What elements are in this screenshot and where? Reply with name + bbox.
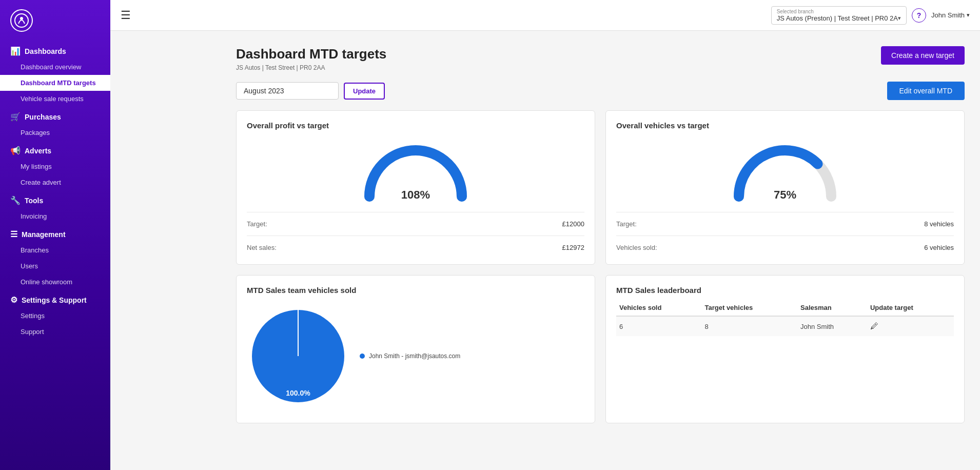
- purchases-icon: 🛒: [10, 112, 21, 122]
- table-row: 6 8 John Smith 🖉: [616, 316, 954, 336]
- sidebar-item-branches[interactable]: Branches: [0, 242, 110, 258]
- sidebar: 📊 Dashboards Dashboard overview Dashboar…: [0, 0, 110, 470]
- vehicles-gauge-label: 75%: [729, 188, 841, 202]
- branch-selector[interactable]: Selected branch JS Autos (Preston) | Tes…: [771, 6, 907, 25]
- logo-icon: [10, 9, 33, 32]
- page-subtitle: JS Autos | Test Street | PR0 2AA: [236, 64, 386, 71]
- profit-target-row: Target: £12000: [247, 218, 584, 230]
- cell-salesman: John Smith: [797, 316, 867, 336]
- topbar: ☰ Selected branch JS Autos (Preston) | T…: [110, 0, 980, 31]
- cards-grid: Overall profit vs target 108% Target: £1…: [236, 110, 965, 423]
- sidebar-section-settings[interactable]: ⚙ Settings & Support: [0, 290, 110, 308]
- dashboards-icon: 📊: [10, 46, 21, 56]
- management-icon: ☰: [10, 229, 17, 239]
- col-update-target: Update target: [867, 300, 954, 316]
- legend-dot-0: [360, 354, 365, 359]
- sidebar-section-management[interactable]: ☰ Management: [0, 224, 110, 242]
- profit-netsales-row: Net sales: £12972: [247, 241, 584, 254]
- settings-icon: ⚙: [10, 295, 17, 305]
- user-menu-arrow-icon: ▾: [967, 12, 970, 18]
- pie-legend: John Smith - jsmith@jsautos.com: [360, 352, 460, 360]
- tools-icon: 🔧: [10, 195, 21, 205]
- sidebar-item-create-advert[interactable]: Create advert: [0, 174, 110, 190]
- sidebar-logo: [0, 0, 110, 41]
- sidebar-section-purchases[interactable]: 🛒 Purchases: [0, 107, 110, 125]
- profit-card: Overall profit vs target 108% Target: £1…: [236, 110, 595, 265]
- sidebar-item-users[interactable]: Users: [0, 258, 110, 274]
- branch-label: Selected branch: [777, 9, 901, 14]
- pie-label: 100.0%: [247, 389, 349, 397]
- cell-vehicles-sold: 6: [616, 316, 702, 336]
- sidebar-item-dashboard-mtd[interactable]: Dashboard MTD targets: [0, 75, 110, 91]
- user-menu[interactable]: John Smith ▾: [931, 11, 970, 19]
- branch-arrow-icon: ▾: [898, 15, 901, 22]
- hamburger-icon[interactable]: ☰: [121, 9, 131, 22]
- profit-card-title: Overall profit vs target: [247, 121, 584, 130]
- col-salesman: Salesman: [797, 300, 867, 316]
- create-target-button[interactable]: Create a new target: [881, 46, 965, 65]
- edit-target-icon[interactable]: 🖉: [870, 322, 878, 330]
- vehicles-sold-row: Vehicles sold: 6 vehicles: [616, 241, 954, 254]
- cell-update-target: 🖉: [867, 316, 954, 336]
- leaderboard-card: MTD Sales leaderboard Vehicles sold Targ…: [605, 275, 965, 423]
- sales-team-card-title: MTD Sales team vehicles sold: [247, 286, 584, 295]
- filter-row: Update Edit overall MTD: [236, 82, 965, 100]
- sidebar-item-vehicle-sale-requests[interactable]: Vehicle sale requests: [0, 91, 110, 107]
- leaderboard-card-title: MTD Sales leaderboard: [616, 286, 954, 295]
- page-title-block: Dashboard MTD targets JS Autos | Test St…: [236, 46, 386, 71]
- edit-overall-mtd-button[interactable]: Edit overall MTD: [887, 82, 965, 100]
- sidebar-item-support[interactable]: Support: [0, 324, 110, 340]
- sidebar-item-packages[interactable]: Packages: [0, 125, 110, 141]
- col-vehicles-sold: Vehicles sold: [616, 300, 702, 316]
- sidebar-section-dashboards[interactable]: 📊 Dashboards: [0, 41, 110, 59]
- legend-item-0: John Smith - jsmith@jsautos.com: [360, 352, 460, 360]
- page-title: Dashboard MTD targets: [236, 46, 386, 62]
- profit-gauge-wrapper: 108%: [359, 140, 472, 202]
- update-button[interactable]: Update: [344, 83, 385, 100]
- help-icon[interactable]: ?: [912, 8, 926, 23]
- col-target-vehicles: Target vehicles: [702, 300, 798, 316]
- sidebar-item-invoicing[interactable]: Invoicing: [0, 208, 110, 224]
- vehicles-target-row: Target: 8 vehicles: [616, 218, 954, 230]
- vehicles-gauge: 75%: [616, 135, 954, 207]
- sidebar-section-tools[interactable]: 🔧 Tools: [0, 190, 110, 208]
- page-header: Dashboard MTD targets JS Autos | Test St…: [236, 46, 965, 71]
- svg-point-1: [20, 17, 23, 20]
- sales-team-card: MTD Sales team vehicles sold 100.0% John…: [236, 275, 595, 423]
- adverts-icon: 📢: [10, 146, 21, 155]
- sidebar-item-dashboard-overview[interactable]: Dashboard overview: [0, 59, 110, 75]
- profit-gauge: 108%: [247, 135, 584, 207]
- vehicles-card-title: Overall vehicles vs target: [616, 121, 954, 130]
- pie-container: 100.0% John Smith - jsmith@jsautos.com: [247, 300, 584, 413]
- date-filter-input[interactable]: [236, 82, 339, 100]
- vehicles-gauge-wrapper: 75%: [729, 140, 841, 202]
- pie-chart: 100.0%: [247, 305, 349, 407]
- sidebar-item-my-listings[interactable]: My listings: [0, 159, 110, 174]
- leaderboard-table: Vehicles sold Target vehicles Salesman U…: [616, 300, 954, 336]
- branch-value: JS Autos (Preston) | Test Street | PR0 2…: [777, 14, 901, 22]
- main-content: Dashboard MTD targets JS Autos | Test St…: [221, 31, 980, 470]
- vehicles-card: Overall vehicles vs target 75%: [605, 110, 965, 265]
- sidebar-section-adverts[interactable]: 📢 Adverts: [0, 141, 110, 159]
- profit-gauge-label: 108%: [359, 188, 472, 202]
- cell-target-vehicles: 8: [702, 316, 798, 336]
- sidebar-item-online-showroom[interactable]: Online showroom: [0, 274, 110, 290]
- sidebar-item-settings[interactable]: Settings: [0, 308, 110, 324]
